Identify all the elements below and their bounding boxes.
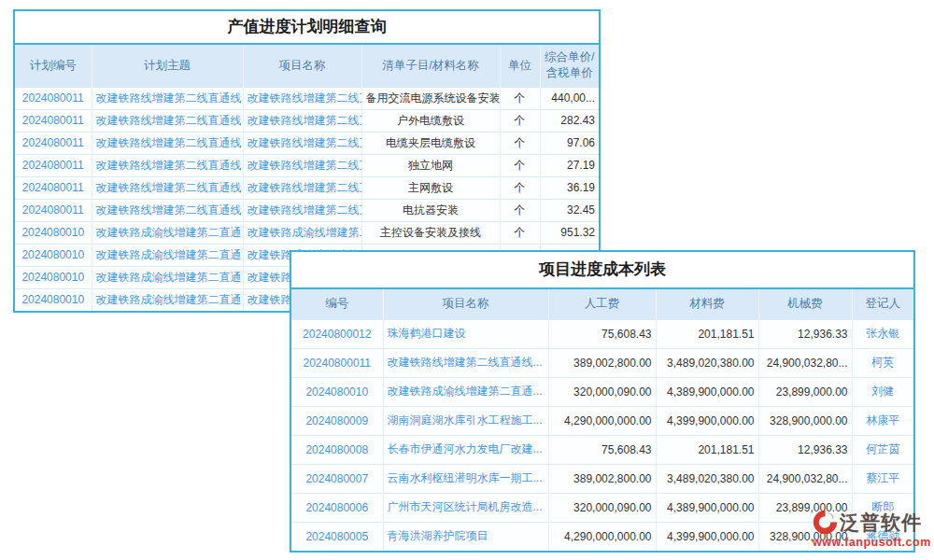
plan-no-link[interactable]: 2024080010: [15, 244, 92, 266]
project-name-link[interactable]: 云南水利枢纽潜明水库一期工...: [383, 464, 548, 493]
cost-table-header-row: 编号 项目名称 人工费 材料费 机械费 登记人: [291, 289, 913, 319]
registrant-link[interactable]: 何芷茵: [852, 435, 913, 464]
fanpu-logo-icon: [813, 510, 840, 535]
project-name-link[interactable]: 改建铁路线增建第二线直通线: [243, 154, 361, 176]
col-header-item-material: 清单子目/材料名称: [361, 45, 500, 87]
project-name-link[interactable]: 改建铁路线增建第二线直通线...: [383, 348, 548, 377]
plan-no-link[interactable]: 2024080011: [15, 154, 92, 176]
unit-price-cell: 27.19: [540, 154, 599, 176]
labor-cost-cell: 320,000,090.00: [548, 493, 656, 522]
project-name-link[interactable]: 广州市天河区统计局机房改造...: [383, 493, 548, 522]
project-name-link[interactable]: 改建铁路成渝线增建第二直通...: [383, 377, 548, 406]
table-row: 2024080011改建铁路线增建第二线直通线改建铁路线增建第二线直通线电缆夹层…: [15, 132, 599, 154]
plan-no-link[interactable]: 2024080011: [15, 87, 92, 109]
project-name-link[interactable]: 改建铁路线增建第二线直通线: [243, 176, 361, 199]
item-material-cell: 主网敷设: [361, 176, 500, 199]
material-cost-cell: 201,181.51: [656, 435, 758, 464]
table-row: 2024080010改建铁路成渝线增建第二直通改建铁路成渝线增建第二直主控设备安…: [15, 221, 599, 244]
material-cost-cell: 201,181.51: [656, 319, 758, 348]
project-name-link[interactable]: 长春市伊通河水力发电厂改建...: [383, 435, 548, 464]
cost-number-link[interactable]: 2024080008: [291, 435, 383, 464]
project-name-link[interactable]: 改建铁路线增建第二线直通线: [243, 132, 361, 154]
registrant-link[interactable]: 林康平: [852, 406, 913, 435]
table-row: 2024080010改建铁路成渝线增建第二直通...320,000,090.00…: [291, 377, 913, 406]
plan-no-link[interactable]: 2024080010: [15, 221, 92, 244]
cost-number-link[interactable]: 2024080010: [291, 377, 383, 406]
material-cost-cell: 4,399,900,000.00: [656, 406, 758, 435]
plan-subject-link[interactable]: 改建铁路成渝线增建第二直通: [92, 288, 243, 311]
project-name-link[interactable]: 湖南洞庭湖水库引水工程施工...: [383, 406, 548, 435]
plan-subject-link[interactable]: 改建铁路线增建第二线直通线: [92, 132, 243, 154]
project-name-link[interactable]: 青海洪湖养护院项目: [383, 522, 548, 551]
unit-price-cell: 440,00...: [540, 87, 599, 109]
unit-cell: 个: [500, 132, 540, 154]
plan-subject-link[interactable]: 改建铁路成渝线增建第二直通: [92, 221, 243, 244]
plan-table-header-row: 计划编号 计划主题 项目名称 清单子目/材料名称 单位 综合单价/含税单价: [15, 45, 599, 87]
col-header-project-name: 项目名称: [383, 289, 548, 319]
machinery-cost-cell: 12,936.33: [758, 319, 852, 348]
cost-number-link[interactable]: 20240800011: [291, 348, 383, 377]
cost-number-link[interactable]: 2024080005: [291, 522, 383, 551]
plan-subject-link[interactable]: 改建铁路线增建第二线直通线: [92, 87, 243, 109]
table-row: 2024080011改建铁路线增建第二线直通线改建铁路线增建第二线直通线电抗器安…: [15, 199, 599, 221]
project-name-link[interactable]: 改建铁路线增建第二线直通线: [243, 199, 361, 221]
unit-cell: 个: [500, 176, 540, 199]
labor-cost-cell: 389,002,800.00: [548, 464, 656, 493]
table-row: 2024080007云南水利枢纽潜明水库一期工...389,002,800.00…: [291, 464, 913, 493]
labor-cost-cell: 389,002,800.00: [548, 348, 656, 377]
unit-cell: 个: [500, 109, 540, 132]
plan-no-link[interactable]: 2024080011: [15, 132, 92, 154]
unit-price-cell: 32.45: [540, 199, 599, 221]
project-name-link[interactable]: 改建铁路成渝线增建第二直: [243, 221, 361, 244]
plan-no-link[interactable]: 2024080011: [15, 109, 92, 132]
item-material-cell: 电缆夹层电缆敷设: [361, 132, 500, 154]
registrant-link[interactable]: 刘健: [852, 377, 913, 406]
unit-cell: 个: [500, 199, 540, 221]
plan-panel-title: 产值进度计划明细查询: [15, 11, 599, 45]
machinery-cost-cell: 24,900,032,80...: [758, 464, 852, 493]
cost-number-link[interactable]: 2024080007: [291, 464, 383, 493]
material-cost-cell: 3,489,020,380.00: [656, 464, 758, 493]
table-row: 2024080011改建铁路线增建第二线直通线改建铁路线增建第二线直通线主网敷设…: [15, 176, 599, 199]
item-material-cell: 独立地网: [361, 154, 500, 176]
unit-cell: 个: [500, 221, 540, 244]
cost-number-link[interactable]: 2024080009: [291, 406, 383, 435]
col-header-plan-no: 计划编号: [15, 45, 92, 87]
cost-number-link[interactable]: 20240800012: [291, 319, 383, 348]
labor-cost-cell: 75,608.43: [548, 319, 656, 348]
cost-number-link[interactable]: 2024080006: [291, 493, 383, 522]
unit-cell: 个: [500, 154, 540, 176]
plan-no-link[interactable]: 2024080011: [15, 199, 92, 221]
registrant-link[interactable]: 柯英: [852, 348, 913, 377]
col-header-labor-cost: 人工费: [548, 289, 656, 319]
plan-subject-link[interactable]: 改建铁路线增建第二线直通线: [92, 176, 243, 199]
project-name-link[interactable]: 改建铁路线增建第二线直通线: [243, 109, 361, 132]
plan-subject-link[interactable]: 改建铁路成渝线增建第二直通: [92, 244, 243, 266]
registrant-link[interactable]: 张永银: [852, 319, 913, 348]
plan-subject-link[interactable]: 改建铁路线增建第二线直通线: [92, 154, 243, 176]
project-name-link[interactable]: 珠海鹤港口建设: [383, 319, 548, 348]
plan-no-link[interactable]: 2024080011: [15, 176, 92, 199]
machinery-cost-cell: 23,899,000.00: [758, 377, 852, 406]
plan-no-link[interactable]: 2024080010: [15, 288, 92, 311]
project-name-link[interactable]: 改建铁路线增建第二线直通线: [243, 87, 361, 109]
table-row: 2024080008长春市伊通河水力发电厂改建...75,608.43201,1…: [291, 435, 913, 464]
unit-price-cell: 36.19: [540, 176, 599, 199]
plan-no-link[interactable]: 2024080010: [15, 266, 92, 288]
fanpu-url-text: www.fanpusoft.com: [813, 536, 934, 549]
fanpu-watermark: 泛普软件 www.fanpusoft.com: [813, 510, 934, 554]
plan-subject-link[interactable]: 改建铁路成渝线增建第二直通: [92, 266, 243, 288]
table-row: 20240800011改建铁路线增建第二线直通线...389,002,800.0…: [291, 348, 913, 377]
col-header-unit-price: 综合单价/含税单价: [540, 45, 599, 87]
col-header-machinery-cost: 机械费: [758, 289, 852, 319]
unit-price-cell: 97.06: [540, 132, 599, 154]
plan-subject-link[interactable]: 改建铁路线增建第二线直通线: [92, 109, 243, 132]
col-header-project-name: 项目名称: [243, 45, 361, 87]
labor-cost-cell: 4,290,000,000.00: [548, 406, 656, 435]
unit-price-cell: 951.32: [540, 221, 599, 244]
registrant-link[interactable]: 蔡江平: [852, 464, 913, 493]
machinery-cost-cell: 24,900,032,80...: [758, 348, 852, 377]
material-cost-cell: 4,389,900,000.00: [656, 377, 758, 406]
machinery-cost-cell: 328,900,000.00: [758, 406, 852, 435]
plan-subject-link[interactable]: 改建铁路线增建第二线直通线: [92, 199, 243, 221]
